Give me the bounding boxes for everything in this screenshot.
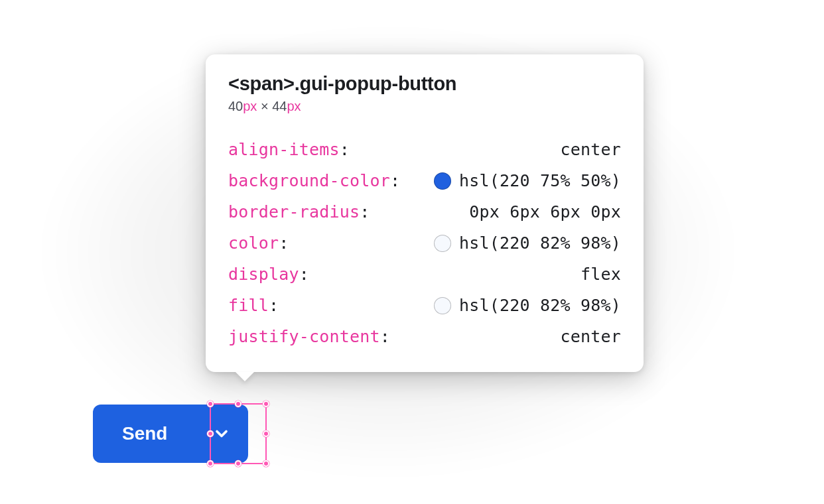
dim-separator: × xyxy=(257,99,272,113)
inspected-selector: <span>.gui-popup-button xyxy=(228,73,621,95)
css-properties-list: align-items: center background-color: hs… xyxy=(228,134,621,352)
prop-row: align-items: center xyxy=(228,134,621,165)
prop-value: 0px 6px 6px 0px xyxy=(469,196,621,227)
prop-value: flex xyxy=(581,259,621,290)
prop-key: color: xyxy=(228,227,289,259)
chevron-down-icon xyxy=(212,424,231,443)
prop-value: hsl(220 75% 50%) xyxy=(434,165,621,196)
popup-toggle-button[interactable] xyxy=(195,405,248,463)
prop-value: hsl(220 82% 98%) xyxy=(434,227,621,259)
prop-key: justify-content: xyxy=(228,321,390,352)
prop-key: fill: xyxy=(228,290,279,321)
inspected-dimensions: 40px × 44px xyxy=(228,99,621,114)
color-swatch-icon xyxy=(434,235,451,252)
dim-width-unit: px xyxy=(243,99,257,113)
dim-height-unit: px xyxy=(287,99,301,113)
split-button: Send xyxy=(93,405,248,463)
prop-row: fill: hsl(220 82% 98%) xyxy=(228,290,621,321)
prop-row: background-color: hsl(220 75% 50%) xyxy=(228,165,621,196)
prop-value: center xyxy=(560,134,621,165)
prop-row: color: hsl(220 82% 98%) xyxy=(228,227,621,259)
color-swatch-icon xyxy=(434,297,451,314)
prop-row: border-radius: 0px 6px 6px 0px xyxy=(228,196,621,227)
prop-value: hsl(220 82% 98%) xyxy=(434,290,621,321)
send-button[interactable]: Send xyxy=(93,405,195,463)
prop-key: display: xyxy=(228,259,309,290)
prop-row: display: flex xyxy=(228,259,621,290)
color-swatch-icon xyxy=(434,172,451,190)
prop-row: justify-content: center xyxy=(228,321,621,352)
prop-key: align-items: xyxy=(228,134,350,165)
prop-key: border-radius: xyxy=(228,196,370,227)
dim-width: 40 xyxy=(228,99,243,113)
prop-value: center xyxy=(560,321,621,352)
css-inspector-tooltip: <span>.gui-popup-button 40px × 44px alig… xyxy=(206,54,644,372)
prop-key: background-color: xyxy=(228,165,400,196)
dim-height: 44 xyxy=(272,99,287,113)
